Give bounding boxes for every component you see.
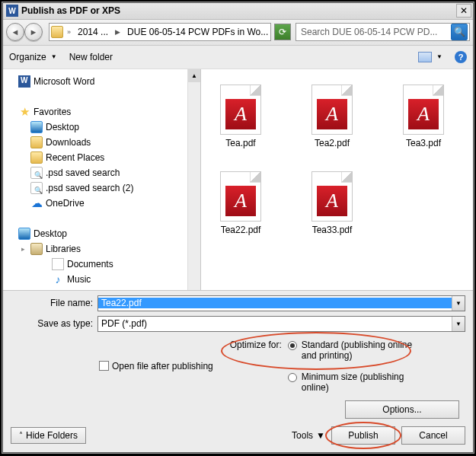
bottom-panel: File name: Tea22.pdf ▼ Save as type: PDF… [3, 291, 473, 452]
file-name: Tea3.pdf [406, 138, 441, 148]
file-name: Tea2.pdf [315, 138, 350, 148]
file-name: Tea33.pdf [312, 225, 353, 235]
document-icon [52, 258, 64, 270]
cancel-button[interactable]: Cancel [401, 426, 465, 445]
tree-item-downloads[interactable]: Downloads [3, 135, 200, 150]
tree-item-desktop2[interactable]: Desktop [3, 226, 200, 241]
options-button[interactable]: Options... [345, 400, 459, 419]
chevron-down-icon: ▼ [51, 53, 57, 60]
file-item[interactable]: A Tea2.pdf [302, 85, 363, 148]
tree-item-desktop[interactable]: Desktop [3, 120, 200, 135]
breadcrumb[interactable]: » 2014 ... ▶ DUE 06-05-14 PCW PDFs in Wo… [49, 23, 271, 41]
organize-label: Organize [9, 52, 46, 62]
radio-icon [288, 341, 297, 350]
tree-item-psd2[interactable]: .psd saved search (2) [3, 180, 200, 196]
refresh-button[interactable]: ⟳ [274, 24, 291, 40]
crumb-segment[interactable]: 2014 ... [75, 27, 111, 37]
optimize-standard-radio[interactable]: Standard (publishing online and printing… [288, 340, 416, 361]
file-pane[interactable]: A Tea.pdf A Tea2.pdf A Tea3.pdf A Tea22.… [201, 69, 473, 290]
chevron-icon: » [65, 28, 73, 36]
chevron-down-icon: ▼ [316, 430, 325, 441]
newfolder-label: New folder [69, 52, 113, 62]
publish-button[interactable]: Publish [331, 426, 395, 445]
tree-item-favorites[interactable]: ★Favorites [3, 104, 200, 120]
toolbar: Organize ▼ New folder ▼ ? [3, 46, 473, 70]
file-item[interactable]: A Tea33.pdf [302, 171, 363, 235]
tree-item-word[interactable]: Microsoft Word [3, 74, 200, 89]
saved-search-icon [30, 182, 43, 194]
nav-bar: ◄ ► » 2014 ... ▶ DUE 06-05-14 PCW PDFs i… [3, 20, 473, 46]
saved-search-icon [30, 167, 43, 179]
desktop-icon [30, 121, 43, 133]
crumb-segment[interactable]: DUE 06-05-14 PCW PDFs in Wo... [124, 27, 271, 37]
tools-label: Tools [292, 430, 313, 441]
word-icon [18, 75, 30, 88]
file-name: Tea22.pdf [221, 225, 261, 235]
chevron-icon: ▶ [113, 28, 123, 36]
file-name: Tea.pdf [225, 138, 255, 148]
star-icon: ★ [18, 106, 30, 118]
organize-menu[interactable]: Organize ▼ [9, 52, 57, 62]
pdf-icon: A [403, 85, 444, 135]
standard-label: Standard (publishing online and printing… [302, 340, 416, 361]
library-icon [30, 243, 43, 255]
open-after-checkbox[interactable]: Open file after publishing [99, 340, 213, 393]
file-item[interactable]: A Tea3.pdf [393, 85, 454, 148]
pdf-icon: A [220, 85, 261, 135]
nav-back-button[interactable]: ◄ [6, 23, 24, 41]
tools-menu[interactable]: Tools ▼ [292, 430, 325, 441]
search-placeholder: Search DUE 06-05-14 PCW PD... [298, 27, 449, 37]
folder-icon [30, 136, 43, 148]
help-button[interactable]: ? [455, 51, 467, 63]
saveastype-label: Save as type: [11, 318, 93, 329]
checkbox-icon [99, 361, 109, 371]
open-after-label: Open file after publishing [112, 361, 213, 371]
desktop-icon [18, 228, 30, 240]
pdf-icon: A [311, 85, 353, 135]
window-title: Publish as PDF or XPS [21, 5, 456, 16]
filename-input[interactable]: Tea22.pdf ▼ [97, 295, 465, 311]
optimize-minimum-radio[interactable]: Minimum size (publishing online) [288, 371, 416, 393]
tree-scrollbar[interactable]: ▲ [187, 69, 200, 290]
radio-icon [288, 373, 297, 382]
pdf-icon: A [220, 171, 261, 222]
search-icon[interactable]: 🔍 [451, 24, 468, 40]
dropdown-icon[interactable]: ▼ [452, 317, 465, 331]
scroll-up-icon[interactable]: ▲ [188, 69, 200, 82]
filename-label: File name: [11, 298, 93, 308]
word-app-icon: W [6, 5, 18, 17]
publish-dialog: W Publish as PDF or XPS ✕ ◄ ► » 2014 ...… [2, 2, 474, 453]
optimize-label: Optimize for: [228, 340, 282, 393]
hide-folders-button[interactable]: ˄ Hide Folders [11, 427, 86, 444]
view-menu[interactable]: ▼ [418, 52, 442, 62]
music-icon: ♪ [52, 273, 64, 285]
nav-forward-button[interactable]: ► [24, 23, 43, 41]
dropdown-icon[interactable]: ▼ [452, 296, 465, 311]
saveastype-value: PDF (*.pdf) [98, 318, 452, 329]
search-input[interactable]: Search DUE 06-05-14 PCW PD... 🔍 [296, 23, 470, 41]
caret-up-icon: ˄ [19, 431, 23, 439]
folder-icon [51, 26, 63, 38]
file-item[interactable]: A Tea.pdf [210, 85, 271, 148]
tree-item-onedrive[interactable]: ☁OneDrive [3, 196, 200, 211]
recent-icon [30, 151, 43, 164]
pdf-icon: A [311, 171, 353, 222]
tree-item-libraries[interactable]: ▸Libraries [3, 241, 200, 257]
filename-value: Tea22.pdf [98, 298, 452, 308]
tree-item-music[interactable]: ♪Music [3, 272, 200, 287]
titlebar: W Publish as PDF or XPS ✕ [3, 3, 473, 20]
minimum-label: Minimum size (publishing online) [302, 371, 416, 393]
chevron-down-icon: ▼ [436, 53, 442, 60]
tree-item-documents[interactable]: Documents [3, 257, 200, 272]
folder-tree: Microsoft Word ★Favorites Desktop Downlo… [3, 69, 201, 290]
close-button[interactable]: ✕ [456, 4, 471, 18]
new-folder-button[interactable]: New folder [69, 52, 113, 62]
file-item[interactable]: A Tea22.pdf [210, 171, 271, 235]
view-icon [418, 52, 432, 62]
tree-item-recent[interactable]: Recent Places [3, 150, 200, 165]
saveastype-select[interactable]: PDF (*.pdf) ▼ [97, 316, 465, 332]
main-body: Microsoft Word ★Favorites Desktop Downlo… [3, 69, 473, 291]
cloud-icon: ☁ [30, 197, 43, 209]
tree-item-psd1[interactable]: .psd saved search [3, 165, 200, 180]
